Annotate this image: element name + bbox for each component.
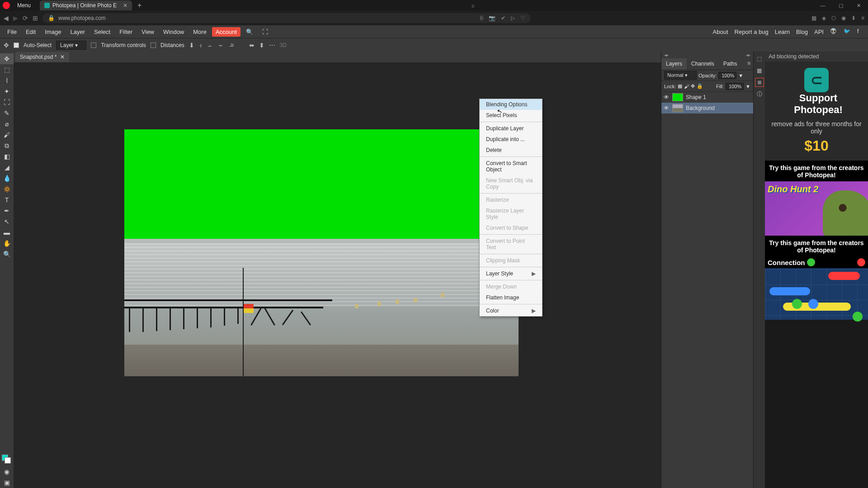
heal-tool[interactable]: ⌀ — [0, 118, 14, 129]
tab-paths[interactable]: Paths — [719, 58, 742, 70]
ctx-layer-style[interactable]: Layer Style▶ — [480, 268, 542, 279]
swatches-icon[interactable]: ▦ — [755, 66, 764, 75]
easy-setup-icon[interactable]: ≡ — [861, 15, 864, 21]
info-icon[interactable]: ⓘ — [755, 90, 764, 99]
ctx-select-pixels[interactable]: Select Pixels — [480, 110, 542, 121]
panel-menu-icon[interactable]: ≡ — [745, 58, 753, 70]
ctx-duplicate-layer[interactable]: Duplicate Layer — [480, 123, 542, 134]
align-right-icon[interactable]: ⫟ — [217, 42, 224, 49]
crop-tool[interactable]: ⛶ — [0, 97, 14, 108]
camera-icon[interactable]: 📷 — [489, 15, 495, 21]
layer-name[interactable]: Background — [686, 105, 715, 111]
menu-more[interactable]: More — [189, 27, 210, 37]
fullscreen-icon[interactable]: ⛶ — [259, 27, 272, 37]
tab-layers[interactable]: Layers — [661, 58, 687, 70]
type-tool[interactable]: T — [0, 194, 14, 205]
blend-mode-select[interactable]: Normal ▾ — [664, 71, 697, 80]
auto-select-target[interactable]: Layer ▾ — [56, 41, 86, 50]
panel-collapse[interactable]: ◂▸◂▸ — [661, 52, 753, 58]
rect-tool[interactable]: ▬ — [0, 227, 14, 238]
link-report-bug[interactable]: Report a bug — [735, 28, 769, 35]
quick-mask-icon[interactable]: ◉ — [0, 466, 14, 477]
brush-tool[interactable]: 🖌 — [0, 129, 14, 140]
blur-tool[interactable]: 💧 — [0, 173, 14, 184]
lock-all-icon[interactable]: 🔒 — [697, 83, 703, 89]
menu-file[interactable]: File — [4, 27, 20, 37]
eraser-tool[interactable]: ◧ — [0, 151, 14, 162]
move-tool[interactable]: ✥ — [0, 53, 14, 64]
ctx-blending-options[interactable]: Blending Options — [480, 99, 542, 110]
document-tab[interactable]: Snapshot.psd * ✕ — [15, 52, 69, 62]
path-tool[interactable]: ↖ — [0, 216, 14, 227]
align-top-icon[interactable]: ⫡ — [228, 42, 235, 49]
link-api[interactable]: API — [814, 28, 824, 35]
layer-name[interactable]: Shape 1 — [686, 94, 706, 100]
bookmark-icon[interactable]: ▷ — [511, 15, 515, 21]
color-swatches[interactable] — [0, 455, 14, 464]
close-tab-icon[interactable]: ✕ — [60, 54, 65, 60]
dodge-tool[interactable]: 🔅 — [0, 184, 14, 194]
screen-mode-icon[interactable]: ▣ — [0, 477, 14, 488]
canvas[interactable] — [124, 129, 519, 376]
wand-tool[interactable]: ✦ — [0, 86, 14, 97]
background-color[interactable] — [5, 457, 11, 464]
close-window-button[interactable]: ✕ — [850, 3, 868, 9]
menu-view[interactable]: View — [138, 27, 158, 37]
dino-ad[interactable]: Try this game from the creators of Photo… — [765, 161, 868, 236]
opacity-input[interactable]: 100% — [718, 72, 736, 79]
lock-trans-icon[interactable]: ▦ — [678, 83, 682, 89]
layers-icon[interactable]: ≣ — [755, 78, 764, 87]
menu-image[interactable]: Image — [41, 27, 65, 37]
translate-icon[interactable]: ⎘ — [480, 15, 483, 21]
support-ad[interactable]: ⊂ Support Photopea! remove ads for three… — [765, 62, 868, 161]
more-align-icon[interactable]: ⋯ — [269, 42, 275, 49]
marquee-tool[interactable]: ⬚ — [0, 64, 14, 75]
extension-icon[interactable]: ◈ — [822, 15, 826, 21]
clone-tool[interactable]: ⧉ — [0, 140, 14, 151]
layer-thumbnail[interactable] — [672, 104, 683, 112]
layer-row[interactable]: 👁 Shape 1 — [661, 92, 753, 103]
browser-tab[interactable]: Photopea | Online Photo E ✕ — [40, 0, 132, 10]
distribute-h-icon[interactable]: ⬌ — [249, 42, 255, 49]
fill-input[interactable]: 100% — [726, 83, 744, 90]
history-icon[interactable]: ⬚ — [755, 54, 764, 63]
ctx-convert-to-smart-object[interactable]: Convert to Smart Object — [480, 158, 542, 175]
menu-window[interactable]: Window — [160, 27, 188, 37]
distances-checkbox[interactable] — [151, 43, 156, 48]
visibility-icon[interactable]: 👁 — [663, 94, 670, 100]
new-tab-button[interactable]: + — [137, 1, 142, 9]
search-icon[interactable]: 🔍 — [242, 27, 257, 37]
ctx-delete[interactable]: Delete — [480, 145, 542, 156]
connection-ad[interactable]: Try this game from the creators of Photo… — [765, 236, 868, 320]
visibility-icon[interactable]: 👁 — [663, 105, 670, 111]
profile-icon[interactable]: ◉ — [841, 15, 846, 21]
minimize-button[interactable]: — — [814, 3, 832, 9]
reddit-icon[interactable]: 👽 — [830, 28, 837, 35]
reload-button[interactable]: ⟳ — [23, 14, 28, 22]
zoom-tool[interactable]: 🔍 — [0, 249, 14, 260]
menu-edit[interactable]: Edit — [22, 27, 39, 37]
heart-icon[interactable]: ♡ — [520, 15, 525, 21]
gradient-tool[interactable]: ◢ — [0, 162, 14, 173]
eyedropper-tool[interactable]: ✎ — [0, 108, 14, 118]
opacity-dropdown-icon[interactable]: ▼ — [738, 73, 743, 78]
menu-select[interactable]: Select — [90, 27, 114, 37]
align-center-h-icon[interactable]: ⫠ — [207, 42, 213, 49]
transform-checkbox[interactable] — [91, 43, 96, 48]
speed-dial-icon[interactable]: ⊞ — [33, 14, 38, 22]
link-learn[interactable]: Learn — [775, 28, 790, 35]
layer-thumbnail[interactable] — [672, 93, 683, 101]
twitter-icon[interactable]: 🐦 — [844, 28, 851, 35]
download-icon[interactable]: ⬇ — [189, 42, 194, 49]
forward-button[interactable]: ▶ — [13, 14, 18, 22]
ctx-duplicate-into-[interactable]: Duplicate into ... — [480, 134, 542, 145]
link-about[interactable]: About — [713, 28, 728, 35]
tab-channels[interactable]: Channels — [687, 58, 719, 70]
menu-filter[interactable]: Filter — [116, 27, 136, 37]
lock-paint-icon[interactable]: 🖌 — [684, 84, 689, 89]
maximize-button[interactable]: ▢ — [832, 3, 850, 9]
hand-tool[interactable]: ✋ — [0, 238, 14, 249]
browser-menu-button[interactable]: Menu — [13, 2, 35, 9]
lock-move-icon[interactable]: ✥ — [691, 83, 695, 89]
canvas-viewport[interactable] — [14, 62, 661, 488]
